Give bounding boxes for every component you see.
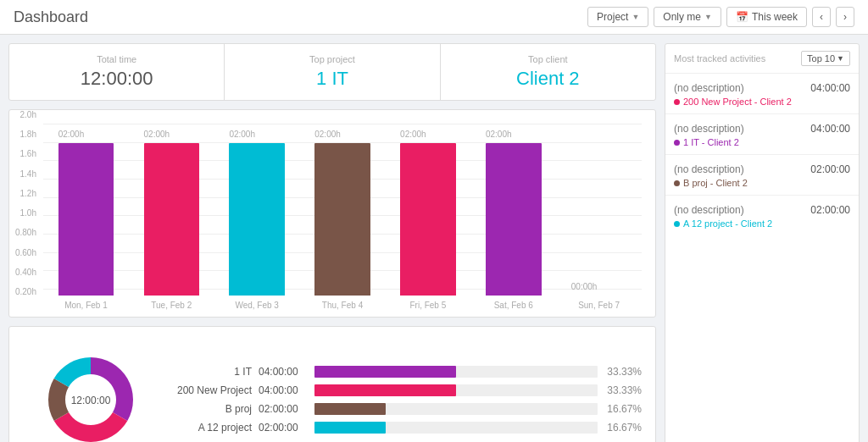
y-axis-label: 1.2h [20,189,36,198]
project-bars: 1 IT04:00:0033.33%200 New Project04:00:0… [175,340,642,442]
donut-segment [91,357,133,421]
y-axis-label: 2.0h [20,110,36,119]
most-tracked-label: Most tracked activities [674,53,765,64]
activity-left: (no description)A 12 project - Client 2 [674,204,772,229]
header: Dashboard Project ▼ Only me ▼ 📅 This wee… [0,0,868,35]
project-row: 1 IT04:00:0033.33% [175,366,642,378]
header-controls: Project ▼ Only me ▼ 📅 This week ‹ › [587,7,854,27]
activity-project: B proj - Client 2 [674,178,748,188]
activity-project: A 12 project - Client 2 [674,218,772,229]
y-axis-label: 1.8h [20,130,36,139]
bar: 02:00h [229,143,285,296]
bar-group: 02:00hSat, Feb 6 [470,143,556,310]
activity-description: (no description) [674,123,744,135]
top-client-label: Top client [454,54,642,64]
activity-left: (no description)B proj - Client 2 [674,163,748,188]
page-title: Dashboard [14,8,88,26]
donut-svg: 12:00:00 [31,340,150,442]
bar-group: 02:00hMon, Feb 1 [43,143,129,310]
project-percentage: 16.67% [604,403,642,415]
activity-project: 200 New Project - Client 2 [674,97,792,107]
chevron-down-icon: ▼ [837,54,844,63]
top-client-value: Client 2 [454,68,642,90]
chevron-down-icon: ▼ [704,13,712,21]
y-axis-label: 1.6h [20,149,36,158]
bar: 02:00h [400,143,456,296]
activity-description: (no description) [674,204,772,216]
date-range-button[interactable]: 📅 This week [726,7,807,27]
total-time-label: Total time [23,54,210,64]
next-week-button[interactable]: › [836,7,854,27]
project-color-dot [674,180,680,186]
bottom-section: 12:00:00 1 IT04:00:0033.33%200 New Proje… [8,326,656,442]
activity-row: (no description)1 IT - Client 204:00:00 [674,123,850,147]
bar-group: 02:00hWed, Feb 3 [214,143,300,310]
project-filter-button[interactable]: Project ▼ [587,7,648,27]
y-axis-label: 1.4h [20,169,36,179]
activity-item: (no description)A 12 project - Client 20… [665,196,859,235]
bar-value-label: 02:00h [229,130,255,139]
top-n-button[interactable]: Top 10 ▼ [801,51,850,66]
activity-row: (no description)B proj - Client 202:00:0… [674,163,850,188]
bar-x-label: Wed, Feb 3 [235,301,279,310]
project-percentage: 33.33% [604,384,642,396]
project-bar-fill [314,403,386,415]
activity-project: 1 IT - Client 2 [674,137,744,147]
chevron-down-icon: ▼ [632,13,639,21]
activity-project-name: 1 IT - Client 2 [683,137,739,147]
activity-project-name: A 12 project - Client 2 [683,218,772,229]
activities-list: (no description)200 New Project - Client… [665,74,859,235]
only-me-filter-button[interactable]: Only me ▼ [654,7,721,27]
project-time: 02:00:00 [259,403,308,415]
total-time-value: 12:00:00 [23,68,210,90]
project-bar-fill [314,422,386,434]
project-bar-bg [314,403,598,415]
bar-x-label: Tue, Feb 2 [151,301,192,310]
activity-project-name: B proj - Client 2 [683,178,748,188]
activity-time: 02:00:00 [810,204,850,216]
main-content: Total time 12:00:00 Top project 1 IT Top… [0,35,868,442]
project-color-dot [674,99,680,105]
svg-text:12:00:00: 12:00:00 [71,395,111,406]
project-bar-bg [314,366,598,378]
y-axis-label: 0.20h [15,287,36,296]
project-name: B proj [175,403,252,415]
project-time: 04:00:00 [259,384,308,396]
activity-left: (no description)1 IT - Client 2 [674,123,744,147]
project-bar-bg [314,384,598,396]
left-panel: Total time 12:00:00 Top project 1 IT Top… [8,43,656,442]
bar: 02:00h [314,143,370,296]
bar-value-label: 02:00h [400,130,426,139]
bar-x-label: Sat, Feb 6 [494,301,533,310]
project-bar-fill [314,384,456,396]
activity-time: 04:00:00 [810,82,850,94]
top-project-card: Top project 1 IT [225,44,440,100]
project-row: B proj02:00:0016.67% [175,403,642,415]
bar-value-label: 02:00h [486,130,512,139]
chart-area: 02:00hMon, Feb 102:00hTue, Feb 202:00hWe… [43,124,642,310]
activity-row: (no description)A 12 project - Client 20… [674,204,850,229]
bar-group: 02:00hTue, Feb 2 [129,143,214,310]
right-panel-header: Most tracked activities Top 10 ▼ [665,44,859,74]
bar-value-label: 00:00h [571,282,598,291]
project-color-dot [674,221,680,227]
chart-bars: 02:00hMon, Feb 102:00hTue, Feb 202:00hWe… [43,124,642,310]
bar-value-label: 02:00h [58,130,85,139]
y-axis-label: 1.0h [20,208,36,218]
y-axis: 2.0h1.8h1.6h1.4h1.2h1.0h0.80h0.60h0.40h0… [9,110,42,296]
project-name: 1 IT [175,366,252,378]
total-time-card: Total time 12:00:00 [9,44,225,100]
prev-week-button[interactable]: ‹ [812,7,831,27]
activity-item: (no description)200 New Project - Client… [665,74,859,114]
project-row: A 12 project02:00:0016.67% [175,422,642,434]
bar-chart: 2.0h1.8h1.6h1.4h1.2h1.0h0.80h0.60h0.40h0… [8,109,656,318]
donut-segment [54,412,128,442]
bar: 02:00h [486,143,542,296]
project-percentage: 33.33% [604,366,642,378]
bar-group: 02:00hFri, Feb 5 [385,143,470,310]
donut-chart: 12:00:00 [23,340,159,442]
project-bar-bg [314,422,598,434]
activity-item: (no description)1 IT - Client 204:00:00 [665,114,859,155]
bar-x-label: Sun, Feb 7 [578,301,620,310]
top-project-value: 1 IT [238,68,426,90]
